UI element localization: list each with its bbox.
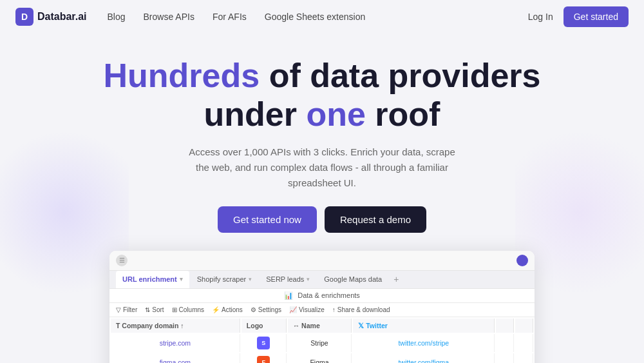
navbar: D Databar.ai Blog Browse APIs For AFIs G… bbox=[0, 0, 644, 34]
table-row: figma.com F Figma twitter.com/figma bbox=[111, 353, 533, 363]
cell-name: Figma bbox=[288, 353, 352, 363]
cell-empty2 bbox=[515, 334, 533, 352]
nav-link-blog[interactable]: Blog bbox=[107, 12, 125, 22]
cell-company: figma.com bbox=[111, 353, 240, 363]
dash-tab-url-enrichment[interactable]: URL enrichment ▾ bbox=[116, 271, 189, 288]
dash-tab-google-maps[interactable]: Google Maps data bbox=[317, 271, 388, 288]
hero-heading: Hundreds of data providers under one roo… bbox=[13, 57, 631, 134]
nav-right: Log In Get started bbox=[528, 6, 629, 27]
col-header-empty1 bbox=[496, 319, 514, 333]
nav-links: Blog Browse APIs For AFIs Google Sheets … bbox=[107, 12, 365, 22]
dash-menu-icon: ☰ bbox=[116, 255, 128, 266]
cell-twitter: twitter.com/figma bbox=[353, 353, 495, 363]
dash-toolbar: ▽ Filter ⇅ Sort ⊞ Columns ⚡ Actions ⚙ bbox=[109, 303, 535, 317]
cell-logo: F bbox=[242, 353, 287, 363]
dash-sheet-label: 📊 Data & enrichments bbox=[109, 289, 535, 303]
dash-topbar-left: ☰ bbox=[116, 255, 128, 266]
hero-heading-one: one bbox=[306, 95, 365, 133]
settings-icon: ⚙ bbox=[251, 306, 256, 313]
sheet-icon: 📊 bbox=[284, 291, 293, 299]
hero-heading-part3: under bbox=[204, 95, 307, 133]
hero-heading-hundreds: Hundreds bbox=[104, 57, 260, 94]
page-wrapper: D Databar.ai Blog Browse APIs For AFIs G… bbox=[0, 0, 644, 363]
cell-empty1 bbox=[496, 353, 514, 363]
toolbar-share-download[interactable]: ↑ Share & download bbox=[332, 306, 390, 313]
cell-company: stripe.com bbox=[111, 334, 240, 352]
actions-icon: ⚡ bbox=[212, 306, 220, 313]
sort-icon: ⇅ bbox=[145, 306, 150, 313]
col-header-name: ↔ Name bbox=[288, 319, 352, 333]
hero-section: Hundreds of data providers under one roo… bbox=[0, 34, 644, 363]
visualize-icon: 📈 bbox=[289, 306, 297, 313]
hero-buttons: Get started now Request a demo bbox=[13, 206, 631, 233]
cell-empty1 bbox=[496, 334, 514, 352]
dash-tabs: URL enrichment ▾ Shopify scraper ▾ SERP … bbox=[109, 271, 535, 289]
dash-tab-shopify-scraper[interactable]: Shopify scraper ▾ bbox=[191, 271, 258, 288]
logo-icon: D bbox=[15, 8, 33, 26]
col-header-empty2 bbox=[515, 319, 533, 333]
nav-link-sheets-ext[interactable]: Google Sheets extension bbox=[265, 12, 365, 22]
filter-icon: ▽ bbox=[116, 306, 121, 313]
toolbar-settings[interactable]: ⚙ Settings bbox=[251, 306, 281, 313]
add-tab-button[interactable]: + bbox=[390, 273, 402, 286]
toolbar-filter[interactable]: ▽ Filter bbox=[116, 306, 137, 313]
cell-twitter: twitter.com/stripe bbox=[353, 334, 495, 352]
toolbar-visualize[interactable]: 📈 Visualize bbox=[289, 306, 325, 313]
table-row: stripe.com S Stripe twitter.com/stripe bbox=[111, 334, 533, 352]
get-started-hero-button[interactable]: Get started now bbox=[218, 206, 317, 233]
share-icon: ↑ bbox=[332, 306, 336, 313]
request-demo-button[interactable]: Request a demo bbox=[325, 206, 426, 233]
hero-heading-part4: roof bbox=[366, 95, 440, 133]
cell-name: Stripe bbox=[288, 334, 352, 352]
columns-icon: ⊞ bbox=[172, 306, 177, 313]
data-table: T Company domain ↑ Logo ↔ Name 𝕏 Twitter… bbox=[109, 317, 535, 363]
nav-logo[interactable]: D Databar.ai bbox=[15, 8, 86, 26]
col-header-company: T Company domain ↑ bbox=[111, 319, 240, 333]
col-header-logo: Logo bbox=[242, 319, 287, 333]
cell-logo: S bbox=[242, 334, 287, 352]
dash-tab-serp-leads[interactable]: SERP leads ▾ bbox=[260, 271, 316, 288]
nav-link-browse-apis[interactable]: Browse APIs bbox=[144, 12, 194, 22]
get-started-nav-button[interactable]: Get started bbox=[564, 6, 629, 27]
hero-subtext: Access over 1,000 APIs with 3 clicks. En… bbox=[187, 144, 457, 191]
login-button[interactable]: Log In bbox=[528, 12, 553, 22]
toolbar-sort[interactable]: ⇅ Sort bbox=[145, 306, 164, 313]
col-header-twitter: 𝕏 Twitter bbox=[353, 319, 495, 333]
dash-topbar: ☰ bbox=[109, 251, 535, 271]
toolbar-columns[interactable]: ⊞ Columns bbox=[172, 306, 204, 313]
cell-empty2 bbox=[515, 353, 533, 363]
toolbar-actions[interactable]: ⚡ Actions bbox=[212, 306, 243, 313]
logo-text: Databar.ai bbox=[37, 11, 86, 23]
nav-link-for-afis[interactable]: For AFIs bbox=[213, 12, 247, 22]
dash-user-avatar bbox=[516, 255, 528, 266]
hero-heading-part2: of data providers bbox=[260, 57, 540, 94]
dashboard-preview: ☰ URL enrichment ▾ Shopify scraper ▾ SER… bbox=[109, 251, 535, 363]
table-header-row: T Company domain ↑ Logo ↔ Name 𝕏 Twitter bbox=[111, 319, 533, 333]
